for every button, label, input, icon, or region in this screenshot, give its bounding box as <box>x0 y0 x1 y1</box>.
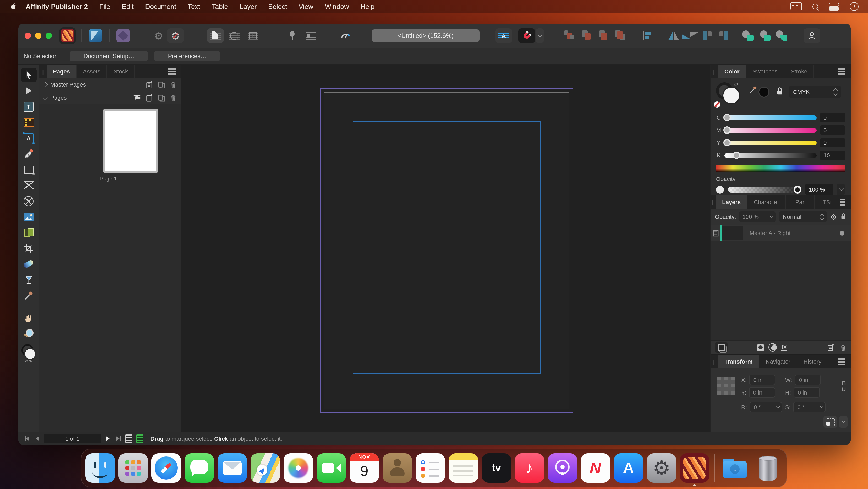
rectangle-tool[interactable] <box>21 162 36 177</box>
close-window-button[interactable] <box>25 32 31 39</box>
photo-persona-button[interactable] <box>115 27 131 44</box>
opacity-slider[interactable] <box>728 186 800 192</box>
delete-layer-icon[interactable] <box>840 343 846 351</box>
anchor-point-selector[interactable] <box>717 377 735 395</box>
account-button[interactable] <box>804 28 820 43</box>
black-value[interactable]: 10 <box>820 151 845 160</box>
lock-icon[interactable] <box>776 87 784 96</box>
tab-navigator[interactable]: Navigator <box>760 355 797 368</box>
chevron-right-icon[interactable] <box>43 82 48 87</box>
dock-reminders-icon[interactable] <box>416 453 445 483</box>
mask-layer-icon[interactable] <box>757 344 764 351</box>
preferences-button[interactable]: Preferences… <box>154 51 220 61</box>
x-input[interactable]: 0 in <box>749 375 775 385</box>
dock-appstore-icon[interactable]: A <box>614 453 643 483</box>
dock-notes-icon[interactable] <box>449 453 478 483</box>
snapping-button[interactable] <box>518 28 535 43</box>
tab-layers[interactable]: Layers <box>716 195 747 209</box>
keyboard-input-menu-icon[interactable] <box>790 2 802 10</box>
tab-history[interactable]: History <box>797 355 828 368</box>
zoom-tool[interactable] <box>21 326 36 341</box>
menu-app-name[interactable]: Affinity Publisher 2 <box>26 2 88 10</box>
opacity-dropdown[interactable] <box>837 184 845 195</box>
frame-text-tool[interactable]: T <box>21 99 36 114</box>
menu-text[interactable]: Text <box>188 2 200 10</box>
page-indicator[interactable]: 1 of 1 <box>43 434 101 443</box>
tab-paragraph[interactable]: Par <box>786 195 814 209</box>
swap-colors-icon[interactable]: ↶↷ <box>25 359 33 364</box>
style-picker-tool[interactable] <box>21 225 36 240</box>
layer-visibility-toggle[interactable] <box>840 231 844 235</box>
vector-crop-tool[interactable] <box>21 241 36 256</box>
dock-photos-icon[interactable] <box>284 453 313 483</box>
flip-vertical-button[interactable] <box>682 28 699 43</box>
tab-assets[interactable]: Assets <box>77 64 107 78</box>
menu-table[interactable]: Table <box>212 2 228 10</box>
dock-contacts-icon[interactable] <box>383 453 412 483</box>
tab-stroke[interactable]: Stroke <box>784 64 814 78</box>
dock-launchpad-icon[interactable] <box>119 453 148 483</box>
page-1-thumbnail[interactable] <box>103 109 158 173</box>
yellow-value[interactable]: 0 <box>820 138 845 147</box>
pages-status-icon[interactable] <box>125 434 132 443</box>
dock-finder-icon[interactable] <box>86 453 115 483</box>
dock-mail-icon[interactable] <box>218 453 247 483</box>
zoom-window-button[interactable] <box>45 32 52 39</box>
menu-layer[interactable]: Layer <box>240 2 256 10</box>
document-setup-button[interactable]: Document Setup… <box>70 51 148 61</box>
place-image-tool[interactable] <box>21 209 36 224</box>
rotate-ccw-button[interactable] <box>699 28 715 43</box>
control-center-icon[interactable] <box>829 3 839 10</box>
dock-podcasts-icon[interactable] <box>548 453 577 483</box>
layer-settings-gear-icon[interactable]: ⚙ <box>830 213 837 221</box>
boolean-add-button[interactable] <box>740 28 756 43</box>
next-page-button[interactable] <box>102 434 113 443</box>
wrap-frame-button[interactable]: ✕ <box>245 28 261 43</box>
blend-mode-dropdown[interactable]: Normal <box>779 211 827 222</box>
dock-facetime-icon[interactable] <box>317 453 346 483</box>
color-picker-icon[interactable] <box>748 86 757 95</box>
alignment-button[interactable] <box>639 28 656 43</box>
chevron-down-icon[interactable] <box>43 95 48 100</box>
yellow-slider[interactable] <box>724 140 817 145</box>
dock-messages-icon[interactable] <box>185 453 214 483</box>
page-1-label[interactable]: Page 1 <box>100 176 181 181</box>
color-picker-tool[interactable] <box>21 288 36 303</box>
fill-gradient-tool[interactable] <box>21 257 36 271</box>
opacity-value[interactable]: 100 % <box>805 184 833 195</box>
fill-stroke-swatch[interactable] <box>21 344 36 360</box>
master-pages-section[interactable]: Master Pages <box>39 78 181 91</box>
table-tool[interactable] <box>21 115 36 130</box>
panel-menu-icon[interactable] <box>838 361 845 362</box>
duplicate-layer-button[interactable] <box>715 342 727 352</box>
designer-persona-button[interactable] <box>87 27 104 44</box>
dock-calendar-icon[interactable]: NOV 9 <box>350 453 379 483</box>
clock-icon[interactable] <box>850 2 859 11</box>
tab-transform[interactable]: Transform <box>718 355 760 368</box>
s-input[interactable]: 0 ° <box>793 402 826 412</box>
dock-news-icon[interactable]: N <box>581 453 610 483</box>
anchor-button[interactable] <box>303 28 319 43</box>
transparency-tool[interactable] <box>21 272 36 287</box>
delete-master-icon[interactable] <box>170 81 177 88</box>
panel-grip[interactable]: || <box>711 355 718 368</box>
dock-settings-icon[interactable]: ⚙ <box>647 453 676 483</box>
menu-file[interactable]: File <box>99 2 110 10</box>
add-section-icon[interactable] <box>133 94 141 102</box>
dock-trash-icon[interactable] <box>753 453 782 483</box>
menu-view[interactable]: View <box>299 2 313 10</box>
layer-row-master-a[interactable]: Master A - Right <box>711 225 851 241</box>
wrap-outline-button[interactable] <box>207 28 224 43</box>
menu-select[interactable]: Select <box>268 2 287 10</box>
panel-menu-icon[interactable] <box>838 70 845 72</box>
cyan-slider[interactable] <box>724 115 817 120</box>
adjustment-layer-icon[interactable] <box>768 343 777 351</box>
layers-opacity-dropdown[interactable]: 100 % <box>739 211 776 222</box>
node-tool[interactable] <box>21 83 36 98</box>
back-one-button[interactable] <box>578 28 595 43</box>
layer-name[interactable]: Master A - Right <box>749 230 791 236</box>
dock-publisher-icon[interactable] <box>680 453 709 483</box>
pen-tool[interactable] <box>21 146 36 161</box>
menu-window[interactable]: Window <box>325 2 349 10</box>
spotlight-search-icon[interactable] <box>812 3 818 9</box>
